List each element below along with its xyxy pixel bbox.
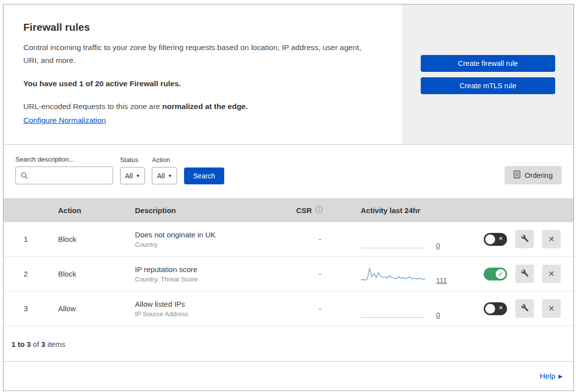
header-description: Description <box>135 206 296 215</box>
table-header: Action Description CSR ⓘ Activity last 2… <box>3 198 574 222</box>
help-link[interactable]: Help ▶ <box>540 372 563 381</box>
search-button[interactable]: Search <box>184 168 224 184</box>
status-select[interactable]: All ▼ <box>120 167 145 184</box>
activity-sparkline-empty <box>361 300 425 318</box>
header-text-block: Firewall rules Control incoming traffic … <box>3 4 402 144</box>
status-field: Status All ▼ <box>120 156 145 184</box>
search-icon <box>21 172 28 179</box>
search-field: Search description... <box>15 156 113 184</box>
search-label: Search description... <box>15 156 113 163</box>
edit-rule-button[interactable] <box>515 230 534 248</box>
activity-sparkline <box>361 265 425 283</box>
activity-sparkline-empty <box>361 230 425 248</box>
header-action: Action <box>48 206 135 215</box>
create-mtls-rule-button[interactable]: Create mTLS rule <box>421 77 555 94</box>
filter-toolbar: Search description... Status All ▼ Actio… <box>3 145 574 198</box>
page-description: Control incoming traffic to your zone by… <box>23 41 376 66</box>
rule-enabled-toggle[interactable]: ✕ ✓ <box>484 233 507 246</box>
action-value: All <box>157 172 165 180</box>
activity-count-link[interactable]: 0 <box>436 242 440 250</box>
rule-criteria: Country, Threat Score <box>135 276 296 283</box>
normalization-bold: normalized at the edge. <box>162 102 248 111</box>
delete-rule-button[interactable]: ✕ <box>542 230 561 248</box>
action-select[interactable]: All ▼ <box>152 167 177 184</box>
wrench-icon <box>521 304 529 314</box>
activity-cell: 0 <box>344 230 477 248</box>
header-csr: CSR ⓘ <box>296 206 344 215</box>
wrench-icon <box>521 269 529 279</box>
edit-rule-button[interactable] <box>515 299 534 318</box>
table-row: 1 Block Does not originate in UK Country… <box>3 222 574 257</box>
close-icon: ✕ <box>548 234 555 244</box>
rule-number: 1 <box>3 235 48 243</box>
toggle-knob: ✓ <box>485 304 495 314</box>
rule-controls: ✕ ✓ ✕ <box>477 299 574 318</box>
close-icon: ✕ <box>548 269 555 279</box>
rule-controls: ✕ ✓ ✕ <box>477 230 574 248</box>
status-label: Status <box>120 156 145 164</box>
rule-controls: ✕ ✓ ✕ <box>477 265 574 283</box>
help-bar: Help ▶ <box>3 362 574 391</box>
ordering-label: Ordering <box>525 171 553 179</box>
action-field: Action All ▼ <box>152 156 177 184</box>
header-activity: Activity last 24hr <box>344 206 477 215</box>
toggle-check-icon: ✓ <box>498 271 503 278</box>
close-icon: ✕ <box>548 304 555 313</box>
rule-csr: - <box>296 304 344 313</box>
activity-cell: 111 <box>344 265 477 283</box>
toggle-knob: ✓ <box>485 234 495 244</box>
pagination-summary: 1 to 3 of 3 items <box>3 327 574 362</box>
action-panel: Create firewall rule Create mTLS rule <box>402 4 574 144</box>
status-value: All <box>125 172 133 180</box>
toggle-knob: ✓ <box>496 269 506 279</box>
rule-description-cell: Does not originate in UK Country <box>135 230 296 248</box>
header-section: Firewall rules Control incoming traffic … <box>3 4 574 145</box>
rule-description[interactable]: Does not originate in UK <box>135 230 296 239</box>
help-arrow-icon: ▶ <box>559 373 563 380</box>
action-label: Action <box>152 156 177 164</box>
edit-rule-button[interactable] <box>515 265 534 283</box>
page-title: Firewall rules <box>23 21 383 33</box>
rule-enabled-toggle[interactable]: ✕ ✓ <box>484 268 507 280</box>
rule-description[interactable]: IP reputation score <box>135 265 296 274</box>
rule-description-cell: IP reputation score Country, Threat Scor… <box>135 265 296 283</box>
wrench-icon <box>521 234 529 244</box>
rule-enabled-toggle[interactable]: ✕ ✓ <box>484 302 507 315</box>
header-csr-label: CSR <box>296 206 312 215</box>
chevron-down-icon: ▼ <box>168 173 172 178</box>
delete-rule-button[interactable]: ✕ <box>542 265 561 283</box>
delete-rule-button[interactable]: ✕ <box>542 299 561 318</box>
items-range: 1 to 3 <box>11 340 31 348</box>
help-label: Help <box>540 372 556 381</box>
rule-number: 2 <box>3 270 48 278</box>
firewall-rules-card: Firewall rules Control incoming traffic … <box>3 4 574 391</box>
rule-csr: - <box>296 235 344 243</box>
items-of: of <box>33 340 39 348</box>
table-row: 2 Block IP reputation score Country, Thr… <box>3 257 574 291</box>
rule-criteria: IP Source Address <box>135 310 296 318</box>
configure-normalization-link[interactable]: Configure Normalization <box>23 116 106 124</box>
search-input[interactable] <box>15 167 113 184</box>
ordering-icon <box>513 170 520 180</box>
items-total: 3 <box>41 340 45 348</box>
create-firewall-rule-button[interactable]: Create firewall rule <box>421 55 555 72</box>
toggle-x-icon: ✕ <box>499 235 503 242</box>
ordering-button[interactable]: Ordering <box>505 166 562 184</box>
activity-count-link[interactable]: 0 <box>436 311 440 319</box>
activity-cell: 0 <box>344 300 477 318</box>
chevron-down-icon: ▼ <box>136 173 140 178</box>
rule-description[interactable]: Allow listed IPs <box>135 300 296 308</box>
toggle-x-icon: ✕ <box>499 305 503 311</box>
items-label: items <box>48 340 65 348</box>
rule-description-cell: Allow listed IPs IP Source Address <box>135 300 296 318</box>
rule-criteria: Country <box>135 241 296 248</box>
rule-action: Allow <box>48 304 135 313</box>
rule-number: 3 <box>3 304 48 313</box>
rule-action: Block <box>48 270 135 278</box>
normalization-text: URL-encoded Requests to this zone are <box>23 102 160 111</box>
info-icon[interactable]: ⓘ <box>316 206 322 215</box>
table-row: 3 Allow Allow listed IPs IP Source Addre… <box>3 291 574 326</box>
normalization-note: URL-encoded Requests to this zone are no… <box>23 102 383 111</box>
activity-count-link[interactable]: 111 <box>436 277 447 284</box>
rule-csr: - <box>296 270 344 278</box>
